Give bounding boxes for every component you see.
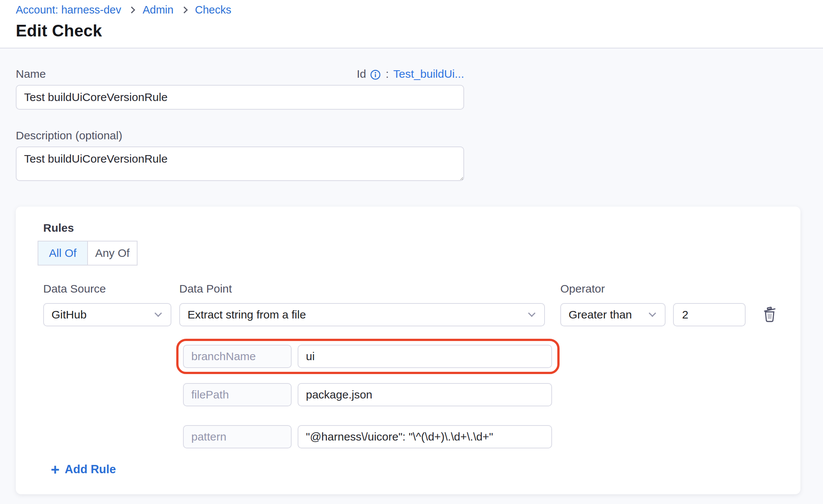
info-icon[interactable] — [370, 69, 381, 80]
chevron-down-icon — [649, 309, 656, 317]
description-label: Description (optional) — [16, 129, 464, 142]
data-point-label: Data Point — [179, 282, 232, 295]
operator-select[interactable]: Greater than — [560, 303, 666, 326]
data-point-value: Extract string from a file — [188, 308, 306, 321]
rules-section-label: Rules — [43, 222, 74, 234]
all-of-toggle-button[interactable]: All Of — [38, 241, 88, 266]
name-input[interactable] — [16, 85, 464, 110]
id-label: Id — [357, 68, 366, 80]
id-colon: : — [386, 68, 389, 80]
chevron-right-icon — [129, 6, 135, 13]
page-header: Account: harness-dev Admin Checks Edit C… — [0, 0, 823, 48]
data-point-select[interactable]: Extract string from a file — [179, 303, 545, 326]
operator-label: Operator — [560, 282, 605, 295]
page-title: Edit Check — [16, 21, 823, 40]
name-label-row: Name Id : Test_buildUi... — [16, 68, 464, 80]
any-of-toggle-button[interactable]: Any Of — [87, 241, 138, 266]
param-key-branchname — [183, 345, 292, 368]
breadcrumb: Account: harness-dev Admin Checks — [16, 4, 823, 16]
breadcrumb-checks-link[interactable]: Checks — [195, 4, 231, 16]
trash-icon — [761, 306, 778, 324]
chevron-down-icon — [154, 309, 162, 317]
chevron-right-icon — [181, 6, 188, 13]
param-value-filepath-input[interactable] — [298, 383, 552, 406]
id-value-link[interactable]: Test_buildUi... — [393, 68, 464, 80]
rules-card: Rules All Of Any Of Data Source Data Poi… — [16, 207, 800, 494]
plus-icon: + — [51, 463, 59, 476]
add-rule-label: Add Rule — [65, 463, 116, 476]
param-value-branchname-input[interactable] — [298, 345, 552, 368]
description-textarea[interactable]: Test buildUiCoreVersionRule — [16, 146, 464, 181]
main-content: Name Id : Test_buildUi... Description (o… — [0, 48, 823, 494]
operator-value: Greater than — [569, 308, 632, 321]
operator-value-input[interactable] — [673, 303, 746, 326]
data-source-value: GitHub — [51, 308, 86, 321]
rules-match-toggle: All Of Any Of — [38, 241, 138, 266]
param-value-pattern-input[interactable] — [298, 425, 552, 448]
add-rule-button[interactable]: + Add Rule — [51, 463, 116, 476]
breadcrumb-admin-link[interactable]: Admin — [142, 4, 173, 16]
chevron-down-icon — [528, 309, 536, 317]
param-key-pattern — [183, 425, 292, 448]
data-source-select[interactable]: GitHub — [43, 303, 171, 326]
name-label: Name — [16, 68, 46, 80]
param-key-filepath — [183, 383, 292, 406]
check-form: Name Id : Test_buildUi... Description (o… — [16, 68, 464, 494]
delete-rule-button[interactable] — [760, 305, 779, 324]
id-group: Id : Test_buildUi... — [357, 68, 464, 80]
data-source-label: Data Source — [43, 282, 106, 295]
breadcrumb-account-link[interactable]: Account: harness-dev — [16, 4, 121, 16]
